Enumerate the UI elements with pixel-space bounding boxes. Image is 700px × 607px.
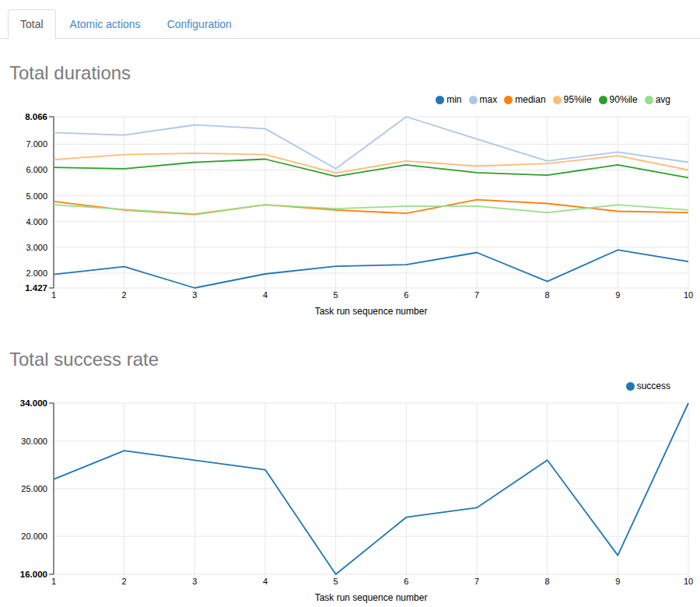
legend-label: success [637, 381, 670, 391]
y-axis-line [49, 117, 54, 288]
x-tick-label: 4 [263, 290, 268, 300]
x-tick-label: 10 [684, 290, 693, 300]
tab-atomic-actions[interactable]: Atomic actions [58, 9, 153, 39]
legend-dot-icon [436, 96, 444, 104]
x-tick-label: 5 [334, 290, 338, 300]
y-tick-label: 4.000 [26, 217, 47, 226]
legend-label: 90%ile [610, 94, 638, 105]
total-success-rate-line-chart: 16.00020.00025.00030.00034.0001234567891… [0, 395, 700, 605]
y-tick-label: 20.000 [21, 532, 47, 541]
total-durations-section: Total durations minmaxmedian95%ile90%ile… [0, 62, 700, 319]
legend-item-success[interactable]: success [626, 381, 670, 391]
legend-item-avg[interactable]: avg [645, 94, 670, 105]
tab-bar: Total Atomic actions Configuration [0, 0, 700, 39]
x-tick-label: 6 [404, 577, 408, 586]
series-line-90-ile [54, 160, 688, 178]
series-line-max [54, 117, 688, 169]
x-tick-label: 9 [615, 290, 620, 300]
legend-item-median[interactable]: median [504, 94, 545, 105]
x-tick-label: 2 [122, 290, 127, 300]
legend-label: median [515, 94, 545, 105]
legend-dot-icon [599, 96, 607, 104]
y-axis-line [49, 403, 54, 574]
total-durations-legend: minmaxmedian95%ile90%ileavg [0, 93, 670, 106]
legend-label: avg [656, 94, 670, 105]
x-tick-label: 2 [122, 577, 127, 586]
y-tick-label: 16.000 [20, 570, 47, 579]
x-tick-label: 6 [404, 290, 408, 300]
x-tick-label: 4 [263, 577, 268, 586]
y-tick-label: 8.066 [25, 112, 47, 121]
total-durations-title: Total durations [9, 62, 691, 84]
x-tick-label: 8 [545, 290, 550, 300]
series-line-min [54, 250, 688, 288]
x-tick-label: 10 [684, 577, 693, 586]
x-tick-label: 1 [51, 577, 56, 586]
report-page: { "tabs": [ {"label": "Total", "active":… [0, 0, 700, 605]
y-tick-label: 5.000 [26, 191, 47, 201]
x-tick-label: 1 [51, 290, 56, 300]
y-tick-label: 7.000 [26, 139, 47, 149]
total-success-rate-title: Total success rate [9, 349, 691, 370]
legend-dot-icon [553, 96, 562, 104]
series-line-avg [54, 205, 688, 214]
legend-label: max [480, 94, 498, 105]
legend-dot-icon [504, 96, 513, 104]
y-tick-label: 3.000 [26, 243, 47, 252]
x-axis-title: Task run sequence number [315, 306, 428, 317]
legend-item-min[interactable]: min [436, 94, 461, 105]
legend-item-90-ile[interactable]: 90%ile [599, 94, 638, 105]
y-tick-label: 6.000 [26, 165, 47, 174]
legend-item-max[interactable]: max [469, 94, 498, 105]
legend-label: min [446, 94, 461, 105]
legend-dot-icon [645, 96, 653, 104]
x-tick-label: 5 [334, 577, 338, 586]
tab-total[interactable]: Total [8, 9, 56, 39]
x-tick-label: 8 [545, 577, 550, 586]
legend-dot-icon [469, 96, 478, 104]
tab-configuration[interactable]: Configuration [155, 9, 244, 39]
y-tick-label: 2.000 [26, 268, 47, 278]
x-tick-label: 7 [474, 290, 479, 300]
y-tick-label: 1.427 [25, 283, 47, 293]
total-durations-line-chart: 1.4272.0003.0004.0005.0006.0007.0008.066… [0, 109, 700, 319]
legend-dot-icon [626, 382, 635, 391]
y-tick-label: 30.000 [21, 437, 47, 446]
y-tick-label: 34.000 [20, 398, 47, 408]
legend-label: 95%ile [564, 94, 592, 105]
legend-item-95-ile[interactable]: 95%ile [553, 94, 592, 105]
x-tick-label: 7 [474, 577, 479, 586]
x-tick-label: 3 [192, 290, 197, 300]
total-success-rate-section: Total success rate success 16.00020.0002… [0, 349, 700, 605]
x-tick-label: 3 [192, 577, 197, 586]
x-axis-title: Task run sequence number [315, 592, 428, 603]
y-tick-label: 25.000 [21, 484, 47, 493]
total-success-rate-legend: success [0, 380, 670, 392]
x-tick-label: 9 [615, 577, 620, 586]
